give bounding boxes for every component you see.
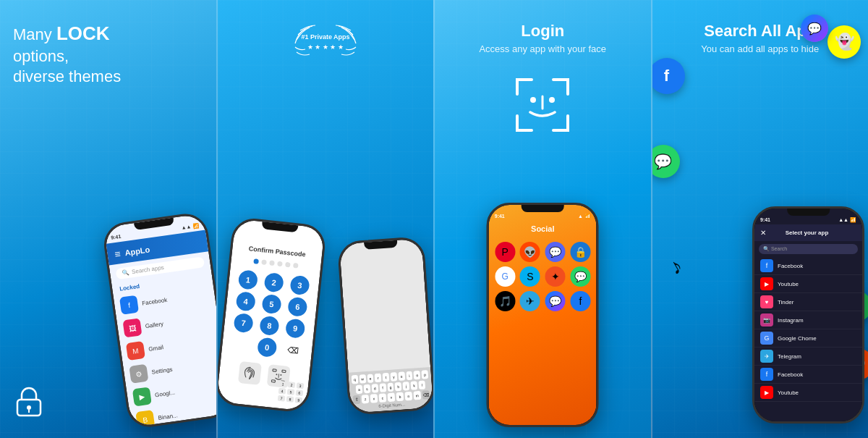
num-0[interactable]: 0 bbox=[257, 337, 278, 358]
svg-line-11 bbox=[278, 374, 279, 378]
social-screen: 9:41 ▲ 📶 Social P 👽 💬 🔒 G bbox=[489, 205, 597, 425]
panel-3-header: Login Access any app with your face bbox=[479, 22, 606, 54]
key: x bbox=[370, 394, 378, 403]
app-icon-gallery: 🖼 bbox=[122, 318, 142, 337]
app-icon: f bbox=[760, 259, 773, 272]
key: z bbox=[362, 395, 370, 404]
num-4[interactable]: 4 bbox=[235, 291, 256, 312]
svg-point-13 bbox=[530, 97, 536, 103]
app-whatsapp: 💬 bbox=[570, 266, 590, 287]
phone-notch bbox=[521, 205, 564, 212]
key: ⌫ bbox=[422, 390, 430, 400]
dot bbox=[292, 263, 298, 269]
lock-icon-container bbox=[13, 385, 45, 420]
social-apps-grid: P 👽 💬 🔒 G S ✦ 💬 bbox=[489, 236, 597, 317]
panel-private-apps: #1 Private Apps ★ ★ ★ ★ ★ q w e r t bbox=[216, 0, 434, 438]
dot bbox=[261, 259, 267, 265]
num-1[interactable]: 1 bbox=[237, 269, 258, 290]
app-figma: ✦ bbox=[545, 266, 566, 287]
dot bbox=[277, 261, 283, 267]
key: q bbox=[352, 375, 359, 384]
num-2[interactable]: 2 bbox=[263, 272, 284, 293]
face-id-large-icon bbox=[510, 72, 575, 140]
app-facebook: f bbox=[570, 291, 590, 311]
floating-snapchat: 👻 bbox=[827, 25, 861, 59]
app-skype: S bbox=[520, 266, 540, 287]
panel-4-header: Search All App You can add all apps to h… bbox=[701, 22, 819, 54]
panel-lock-options: Many LOCK options, diverse themes 9:41 ▲… bbox=[0, 0, 216, 438]
app-icon-gmail: M bbox=[125, 341, 145, 361]
key: k bbox=[411, 381, 418, 390]
app-icon: ▶ bbox=[760, 386, 773, 399]
num-7[interactable]: 7 bbox=[233, 313, 254, 334]
list-item: ♥ Tinder bbox=[754, 293, 862, 311]
close-btn[interactable]: ✕ bbox=[760, 229, 766, 237]
app-icon: G bbox=[760, 332, 773, 345]
app-icon: ✈ bbox=[760, 350, 773, 363]
key: g bbox=[387, 382, 394, 392]
app-discord: 💬 bbox=[545, 242, 566, 262]
key: o bbox=[414, 371, 421, 380]
svg-point-10 bbox=[280, 374, 281, 376]
app-pinterest: P bbox=[495, 242, 515, 262]
key: u bbox=[398, 371, 405, 381]
menu-icon: ≡ bbox=[114, 248, 121, 260]
app-icon: f bbox=[760, 368, 773, 381]
key: y bbox=[391, 372, 398, 382]
dot bbox=[285, 262, 291, 268]
search-field[interactable]: 🔍 Search bbox=[759, 244, 858, 254]
svg-point-2 bbox=[27, 405, 31, 410]
app-icon: ♥ bbox=[760, 295, 773, 308]
keyboard-screen: q w e r t y u i o p a bbox=[339, 238, 433, 413]
key: n bbox=[404, 392, 412, 401]
num-6[interactable]: 6 bbox=[287, 297, 308, 318]
num-3[interactable]: 3 bbox=[289, 275, 310, 296]
phone-mockup-1: 9:41 ▲▲ 📶 ≡ AppLo 🔍 Search apps Locked f… bbox=[101, 211, 216, 429]
backspace-btn[interactable]: ⌫ bbox=[282, 340, 303, 361]
key: s bbox=[363, 384, 370, 394]
phone-mockup-keyboard: q w e r t y u i o p a bbox=[337, 236, 433, 416]
list-item: ▶ Youtube bbox=[754, 384, 862, 402]
app-google: G bbox=[495, 266, 515, 287]
panel-1-headline: Many LOCK options, diverse themes bbox=[13, 22, 121, 88]
app-icon: 📷 bbox=[760, 313, 773, 327]
list-item: 📷 Instagram bbox=[754, 311, 862, 329]
phone-mockup-passcode: Confirm Passcode 1 2 3 4 5 bbox=[216, 216, 327, 413]
key: v bbox=[387, 392, 395, 402]
numpad: 1 2 3 4 5 6 7 8 9 0 ⌫ bbox=[221, 269, 319, 361]
select-app-header: ✕ Select your app bbox=[754, 224, 862, 241]
app-list-screen: 9:41 ▲▲ 📶 ≡ AppLo 🔍 Search apps Locked f… bbox=[103, 214, 216, 428]
app-telegram: ✈ bbox=[520, 291, 540, 311]
key: i bbox=[406, 371, 413, 381]
key: b bbox=[396, 392, 404, 402]
app-icon-play: ▶ bbox=[132, 387, 151, 406]
social-label: Social bbox=[489, 222, 597, 236]
key: t bbox=[383, 373, 390, 382]
app-messenger: 💬 bbox=[545, 291, 566, 311]
num-5[interactable]: 5 bbox=[261, 294, 282, 315]
svg-rect-7 bbox=[271, 380, 275, 383]
app-reddit: 👽 bbox=[520, 242, 540, 262]
floating-tiktok: ♪ bbox=[665, 253, 686, 280]
search-icon: 🔍 bbox=[121, 269, 129, 277]
panel-search-all-app: Search All App You can add all apps to h… bbox=[651, 0, 869, 438]
dot bbox=[253, 258, 259, 264]
svg-rect-5 bbox=[272, 369, 276, 372]
num-8[interactable]: 8 bbox=[259, 316, 280, 337]
list-item: ✈ Telegram bbox=[754, 348, 862, 366]
fingerprint-icon bbox=[237, 361, 261, 385]
key: m bbox=[413, 391, 421, 400]
app-tiktok: 🎵 bbox=[495, 291, 515, 311]
app-icon: ▶ bbox=[760, 277, 773, 290]
badge-wreath: #1 Private Apps ★ ★ ★ ★ ★ bbox=[289, 14, 362, 72]
stars-text: ★ ★ ★ ★ ★ bbox=[307, 43, 344, 51]
num-empty bbox=[231, 334, 252, 355]
app-screenshots-container: Many LOCK options, diverse themes 9:41 ▲… bbox=[0, 0, 868, 438]
list-item: f Facebook bbox=[754, 366, 862, 384]
num-9[interactable]: 9 bbox=[284, 318, 305, 339]
phone-mockup-select-app: 9:41 ▲▲ 📶 ✕ Select your app 🔍 Search f bbox=[752, 206, 864, 424]
svg-point-9 bbox=[276, 374, 277, 375]
key: ⇧ bbox=[353, 395, 361, 405]
key: h bbox=[395, 382, 402, 392]
key: f bbox=[379, 383, 386, 392]
